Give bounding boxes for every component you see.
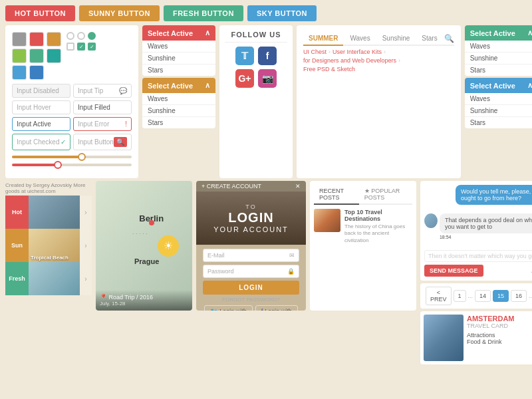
bc-free-psd[interactable]: Free PSD & Sketch <box>303 66 355 72</box>
swatch-green[interactable] <box>29 49 44 63</box>
radio-checked[interactable] <box>88 32 96 40</box>
swatch-orange[interactable] <box>47 32 61 47</box>
page-15-active[interactable]: 15 <box>493 290 509 302</box>
dd-option[interactable]: Stars <box>465 65 532 76</box>
tab-stars[interactable]: Stars <box>416 32 442 46</box>
hot-button[interactable]: HOT BUTTON <box>5 5 75 21</box>
amsterdam-title: AMSTERDAM <box>467 315 515 323</box>
social-login-row: 🐦 Login with f Login with <box>203 305 299 311</box>
email-field[interactable]: E-Mail ✉ <box>203 249 299 262</box>
categories-col: Created by Sergey Azovskiy More goods at… <box>5 181 92 311</box>
dd-option[interactable]: Waves <box>465 41 532 53</box>
amsterdam-card: AMSTERDAM TRAVEL CARD Attractions Food &… <box>420 311 532 364</box>
travel-pin: 📍 Road Trip / 2016 <box>100 294 188 301</box>
chat-input[interactable]: Then it doesn't matter which way you go.… <box>424 250 532 262</box>
search-tab-icon[interactable]: 🔍 <box>444 34 454 43</box>
cat-fresh-arrow[interactable]: › <box>80 262 92 295</box>
slider-fill-1 <box>12 156 84 158</box>
cat-sun-arrow[interactable]: › <box>80 229 92 262</box>
dropdown-red-options: Waves Sunshine Stars <box>142 41 215 76</box>
chat-msg-1: Would you tell me, please, which way I o… <box>424 185 532 211</box>
fresh-button[interactable]: FRESH BUTTON <box>164 5 243 21</box>
login-twitter-button[interactable]: 🐦 Login with <box>204 305 253 311</box>
twitter-icon[interactable]: 𝕋 <box>235 47 254 65</box>
page-16[interactable]: 16 <box>511 290 527 302</box>
right-dropdowns: Select Active ∧ Waves Sunshine Stars Sel… <box>465 25 532 178</box>
swatch-gray[interactable] <box>12 32 27 47</box>
input-active[interactable]: Input Active <box>12 117 70 131</box>
check-unchecked-1[interactable] <box>66 43 74 51</box>
twitter-icon-small: 🐦 <box>210 308 217 311</box>
tab-waves[interactable]: Waves <box>344 32 375 46</box>
slider-1[interactable] <box>12 156 132 158</box>
input-tip[interactable]: Input Tip 💬 <box>73 84 132 98</box>
tab-popular-posts[interactable]: ★ POPULAR POSTS <box>359 185 412 205</box>
radio-unchecked-1[interactable] <box>66 32 74 40</box>
facebook-icon-small: f <box>261 308 263 311</box>
dd-option[interactable]: Waves <box>465 93 532 105</box>
dd-option[interactable]: Waves <box>142 93 215 105</box>
dropdown-red-header[interactable]: Select Active ∧ <box>142 25 215 41</box>
dd-option[interactable]: Stars <box>465 117 532 128</box>
login-card: + CREATE ACCOUNT ✕ TO LOGIN YOUR ACCOUNT… <box>196 181 306 311</box>
input-button[interactable]: Input Button 🔍 <box>73 134 132 150</box>
instagram-icon[interactable]: 📷 <box>258 69 277 88</box>
create-account-bar: + CREATE ACCOUNT ✕ <box>196 181 306 192</box>
check-checked-2[interactable]: ✓ <box>88 43 96 51</box>
chat-section: Would you tell me, please, which way I o… <box>420 181 532 281</box>
swatch-teal[interactable] <box>47 49 61 63</box>
bc-designers[interactable]: for Designers and Web Developers <box>303 57 396 64</box>
tab-row: SUMMER Waves Sunshine Stars 🔍 <box>303 32 454 46</box>
cat-fresh: Fresh › <box>5 262 92 295</box>
input-checked[interactable]: Input Checked ✓ <box>12 134 70 150</box>
sunny-button[interactable]: SUNNY BUTTON <box>79 5 160 21</box>
sky-button[interactable]: SKY BUTTON <box>247 5 317 21</box>
map-bg: Berlin · · · · · Prague ☀ 📍 Road Trip / … <box>96 181 192 311</box>
dropdown-teal-header[interactable]: Select Active ∧ <box>465 25 532 41</box>
forgot-password[interactable]: FORGOT PASSWORD? <box>203 297 299 303</box>
dd-option[interactable]: Sunshine <box>142 105 215 117</box>
dd-option[interactable]: Waves <box>142 41 215 53</box>
travel-date: July, 15-28 <box>100 301 188 307</box>
swatch-green-light[interactable] <box>12 49 27 63</box>
cat-hot-arrow[interactable]: › <box>80 196 92 229</box>
input-filled[interactable]: Input Filled <box>73 100 132 114</box>
password-field[interactable]: Password 🔒 <box>203 265 299 278</box>
send-message-button[interactable]: SEND MESSAGE <box>424 265 483 277</box>
google-icon[interactable]: G+ <box>235 69 254 88</box>
dropdown-blue-header[interactable]: Select Active ∧ <box>465 78 532 93</box>
dd-option[interactable]: Stars <box>142 65 215 76</box>
dd-option[interactable]: Sunshine <box>142 53 215 65</box>
dd-option[interactable]: Sunshine <box>465 105 532 117</box>
swatch-blue[interactable] <box>12 65 27 80</box>
tab-sunshine[interactable]: Sunshine <box>377 32 416 46</box>
login-facebook-button[interactable]: f Login with <box>255 305 298 311</box>
check-checked-1[interactable]: ✓ <box>77 43 85 51</box>
facebook-icon[interactable]: f <box>258 47 277 65</box>
dd-option[interactable]: Stars <box>142 117 215 128</box>
bc-ui-kits[interactable]: User Interface Kits <box>332 49 382 55</box>
input-hover[interactable]: Input Hover <box>12 100 70 114</box>
swatch-blue-dark[interactable] <box>29 65 44 80</box>
bc-ui-chest[interactable]: UI Chest <box>303 49 327 55</box>
radio-unchecked-2[interactable] <box>77 32 85 40</box>
prev-button[interactable]: < PREV <box>426 287 452 305</box>
tab-recent-posts[interactable]: RECENT POSTS <box>314 185 359 205</box>
tab-summer[interactable]: SUMMER <box>303 32 343 46</box>
slider-handle-2[interactable] <box>54 161 62 169</box>
slider-2[interactable] <box>12 164 132 166</box>
page-14[interactable]: 14 <box>475 290 491 302</box>
swatch-red[interactable] <box>29 32 44 47</box>
login-button[interactable]: LOGIN <box>203 281 299 295</box>
dropdown-orange-header[interactable]: Select Active ∧ <box>142 78 215 93</box>
amsterdam-link-attractions[interactable]: Attractions <box>467 332 515 338</box>
amsterdam-info: AMSTERDAM TRAVEL CARD Attractions Food &… <box>467 315 515 361</box>
row1: ✓ ✓ Input Disabled Input Tip 💬 Input Hov… <box>0 25 532 181</box>
dd-option[interactable]: Sunshine <box>465 53 532 65</box>
dropdown-orange-options: Waves Sunshine Stars <box>142 93 215 128</box>
amsterdam-link-food[interactable]: Food & Drink <box>467 338 515 345</box>
slider-handle-1[interactable] <box>78 153 86 161</box>
input-error[interactable]: Input Error ! <box>73 117 132 131</box>
input-disabled[interactable]: Input Disabled <box>12 84 70 98</box>
page-1[interactable]: 1 <box>454 290 466 302</box>
